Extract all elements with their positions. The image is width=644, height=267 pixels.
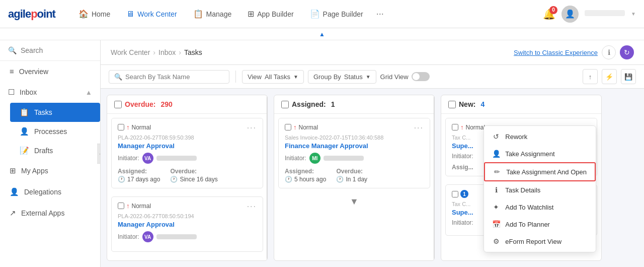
new-select-all[interactable] bbox=[448, 101, 456, 108]
app-logo[interactable]: agilepoint bbox=[8, 8, 55, 21]
card-2-title[interactable]: Manager Approval bbox=[118, 221, 257, 228]
nav-manage[interactable]: 📋 Manage bbox=[186, 5, 239, 23]
new-card-1-checkbox[interactable] bbox=[452, 124, 458, 130]
myapps-icon: ⊞ bbox=[10, 166, 16, 175]
info-button[interactable]: ℹ bbox=[602, 45, 616, 59]
sidebar-search[interactable]: 🔍 bbox=[0, 40, 100, 61]
ctx-take-assignment-open[interactable]: ✏ Take Assignment And Open bbox=[484, 162, 596, 181]
task-details-icon: ℹ bbox=[492, 186, 500, 194]
nav-workcenter-label: Work Center bbox=[137, 10, 177, 18]
home-icon: 🏠 bbox=[78, 9, 89, 19]
card-2-menu-button[interactable]: ··· bbox=[247, 202, 257, 211]
new-card-2-checkbox[interactable] bbox=[452, 191, 458, 197]
refresh-button[interactable]: ↻ bbox=[620, 45, 634, 59]
ctx-add-watchlist[interactable]: ✦ Add To Watchlist bbox=[484, 198, 596, 216]
clock4-icon: 🕐 bbox=[336, 176, 344, 183]
task-search-box[interactable]: 🔍 bbox=[109, 70, 229, 84]
nav-pagebuilder[interactable]: 📄 Page Builder bbox=[303, 5, 370, 23]
kanban-col-assigned-header: Assigned: 1 bbox=[274, 95, 434, 114]
user-menu-chevron[interactable]: ▼ bbox=[631, 11, 636, 17]
sidebar-item-overview[interactable]: ≡ Overview bbox=[0, 61, 100, 82]
save-button[interactable]: 💾 bbox=[621, 69, 636, 84]
filter-button[interactable]: ⚡ bbox=[602, 69, 617, 84]
sidebar-item-drafts[interactable]: 📝 Drafts bbox=[10, 141, 100, 160]
assigned-card-1-overdue: Overdue: 🕐 In 1 day bbox=[336, 168, 367, 183]
collapse-bar[interactable]: ▲ bbox=[0, 28, 644, 40]
nav-more-button[interactable]: ··· bbox=[372, 7, 388, 21]
sidebar-item-tasks[interactable]: 📋 Tasks bbox=[10, 103, 100, 122]
overdue-header-left: Overdue: 290 bbox=[114, 100, 173, 108]
assigned-select-all[interactable] bbox=[281, 101, 289, 108]
assigned-card-1-checkbox[interactable] bbox=[285, 124, 291, 130]
card-1-overdue: Overdue: 🕐 Since 16 days bbox=[170, 168, 217, 183]
sidebar-search-input[interactable] bbox=[21, 46, 92, 54]
user-name-text bbox=[585, 10, 625, 16]
card-2-id: PLA-2022-06-27T08:50:50:194 bbox=[118, 213, 257, 219]
nav-items: 🏠 Home 🖥 Work Center 📋 Manage ⊞ App Buil… bbox=[71, 5, 543, 23]
task-search-input[interactable] bbox=[125, 73, 224, 81]
sidebar-item-processes[interactable]: 👤 Processes bbox=[10, 122, 100, 141]
ctx-eform-report[interactable]: ⚙ eForm Report View bbox=[484, 233, 596, 250]
card-1-menu-button[interactable]: ··· bbox=[247, 123, 257, 132]
clock2-icon: 🕐 bbox=[170, 176, 178, 183]
nav-manage-label: Manage bbox=[206, 10, 232, 18]
ctx-add-planner[interactable]: 📅 Add To Planner bbox=[484, 216, 596, 233]
nav-workcenter[interactable]: 🖥 Work Center bbox=[119, 6, 184, 23]
nav-appbuilder[interactable]: ⊞ App Builder bbox=[240, 5, 300, 23]
breadcrumb-workcenter[interactable]: Work Center bbox=[111, 48, 150, 56]
assigned-card-1-priority-arrow: ↑ bbox=[293, 123, 297, 131]
assigned-col-resizer[interactable] bbox=[431, 95, 435, 260]
view-label: View bbox=[248, 73, 262, 81]
grid-toggle-switch[interactable] bbox=[412, 72, 430, 81]
content-header: Work Center › Inbox › Tasks Switch to Cl… bbox=[101, 40, 644, 65]
assigned-show-more-button[interactable]: ▼ bbox=[274, 192, 434, 211]
inbox-expand-button[interactable]: ▲ bbox=[86, 89, 92, 96]
ctx-task-details[interactable]: ℹ Task Details bbox=[484, 181, 596, 198]
nav-pagebuilder-label: Page Builder bbox=[323, 10, 363, 18]
user-avatar[interactable]: 👤 bbox=[561, 6, 579, 23]
card-1-assigned-label: Assigned: bbox=[118, 168, 160, 175]
switch-classic-link[interactable]: Switch to Classic Experience bbox=[514, 49, 598, 56]
card-1-initiator-label: Initiator: bbox=[118, 155, 139, 162]
sidebar-item-externalapps[interactable]: ↗ External Apps bbox=[0, 203, 100, 224]
nav-home[interactable]: 🏠 Home bbox=[71, 5, 117, 23]
view-select[interactable]: View All Tasks ▼ bbox=[242, 70, 304, 84]
clock-icon: 🕐 bbox=[118, 176, 125, 183]
sidebar-processes-label: Processes bbox=[34, 127, 67, 136]
card-1-header: ↑ Normal ··· bbox=[118, 123, 257, 132]
assigned-card-1-initiator: Initiator: MI bbox=[285, 153, 424, 164]
sidebar-tasks-label: Tasks bbox=[34, 108, 52, 116]
kanban-col-overdue-header: Overdue: 290 bbox=[107, 95, 267, 114]
card-2-checkbox[interactable] bbox=[118, 203, 124, 209]
breadcrumb-inbox[interactable]: Inbox bbox=[158, 48, 176, 56]
sidebar-myapps-label: My Apps bbox=[21, 167, 48, 175]
sidebar-inbox-header[interactable]: ☐ Inbox ▲ bbox=[0, 82, 100, 103]
sidebar-externalapps-label: External Apps bbox=[21, 209, 64, 217]
overdue-select-all[interactable] bbox=[114, 101, 122, 108]
header-right-links: Switch to Classic Experience ℹ ↻ bbox=[514, 45, 634, 59]
overdue-col-resizer[interactable] bbox=[264, 95, 268, 260]
card-2-priority-arrow: ↑ bbox=[126, 202, 130, 210]
card-1-id: PLA-2022-06-27T08:59:50:398 bbox=[118, 135, 257, 141]
assigned-card-1-title[interactable]: Finance Manager Approval bbox=[285, 142, 424, 150]
groupby-select[interactable]: Group By Status ▼ bbox=[308, 70, 376, 84]
appbuilder-icon: ⊞ bbox=[248, 9, 254, 19]
sidebar-collapse-handle[interactable]: ‹ bbox=[97, 144, 101, 164]
manage-icon: 📋 bbox=[193, 9, 203, 19]
assigned-card-1-menu-button[interactable]: ··· bbox=[414, 123, 424, 132]
assigned-card-1-initiator-name bbox=[324, 156, 364, 161]
ctx-take-assignment-open-label: Take Assignment And Open bbox=[506, 168, 587, 176]
sidebar-group-inbox[interactable]: ☐ Inbox ▲ 📋 Tasks 👤 Processes 📝 Drafts bbox=[0, 82, 100, 160]
ctx-take-assignment[interactable]: 👤 Take Assignment bbox=[484, 145, 596, 162]
export-button[interactable]: ↑ bbox=[583, 69, 598, 84]
sidebar-item-delegations[interactable]: 👤 Delegations bbox=[0, 181, 100, 203]
sidebar-item-myapps[interactable]: ⊞ My Apps bbox=[0, 160, 100, 181]
grid-view-toggle[interactable]: Grid View bbox=[380, 72, 430, 81]
notification-bell[interactable]: 🔔 0 bbox=[543, 8, 555, 20]
ctx-rework[interactable]: ↺ Rework bbox=[484, 128, 596, 145]
card-1-title[interactable]: Manager Approval bbox=[118, 142, 257, 150]
card-1-checkbox[interactable] bbox=[118, 124, 124, 130]
assigned-card-1-assigned-label: Assigned: bbox=[285, 168, 326, 175]
card-1-initiator: Initiator: VA bbox=[118, 153, 257, 164]
user-name[interactable] bbox=[585, 10, 625, 18]
